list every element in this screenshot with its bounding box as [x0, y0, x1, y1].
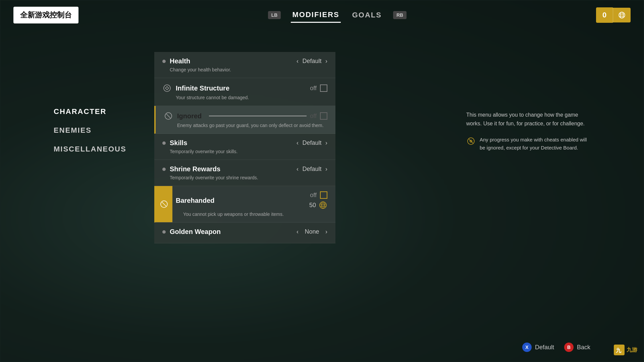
skills-desc: Temporarily overwrite your skills. [170, 149, 327, 154]
health-name: Health [170, 57, 190, 65]
sidebar-item-enemies[interactable]: ENEMIES [54, 126, 126, 135]
skills-value: Default [302, 139, 322, 146]
watermark-icon: 九 [614, 345, 625, 355]
modifier-infinite-structure[interactable]: Infinite Structure off Your structure ca… [154, 78, 335, 106]
shrine-arrow-right[interactable]: › [325, 166, 327, 173]
ignored-checkbox[interactable] [320, 112, 327, 120]
svg-line-6 [166, 114, 170, 118]
ignored-value: off [310, 113, 317, 120]
ignored-slider[interactable] [209, 116, 307, 116]
infinite-structure-checkbox[interactable] [320, 84, 327, 92]
barehanded-icon [159, 199, 169, 209]
barehanded-value: off [310, 192, 317, 199]
barehanded-checkbox[interactable] [320, 191, 327, 199]
logo-text: 全新游戏控制台 [20, 11, 72, 19]
infinite-structure-value: off [310, 85, 317, 92]
modifier-shrine-rewards[interactable]: Shrine Rewards ‹ Default › Temporarily o… [154, 160, 335, 186]
default-btn-label: Default [535, 344, 554, 351]
ignored-desc: Enemy attacks go past your guard, you ca… [177, 123, 327, 128]
logo-box: 全新游戏控制台 [13, 7, 78, 23]
sidebar-item-character[interactable]: CHARACTER [54, 107, 126, 116]
back-btn-icon: B [564, 343, 574, 352]
health-arrow-left[interactable]: ‹ [297, 58, 299, 65]
watermark-text: 九游 [627, 347, 637, 354]
golden-weapon-value: None [302, 228, 322, 235]
structure-svg [163, 84, 171, 93]
infinite-structure-desc: Your structure cannot be damaged. [176, 95, 327, 100]
barehanded-controls: off 50 [309, 191, 327, 209]
globe-icon [618, 11, 626, 19]
skills-arrow-left[interactable]: ‹ [297, 139, 299, 146]
sidebar: CHARACTER ENEMIES MISCELLANEOUS [54, 107, 126, 154]
barehanded-score-row: 50 [309, 201, 327, 209]
skills-name: Skills [170, 139, 187, 147]
svg-text:九: 九 [615, 348, 622, 353]
health-arrow-right[interactable]: › [325, 58, 327, 65]
bottom-bar: X Default B Back [522, 343, 590, 352]
svg-point-9 [320, 202, 326, 208]
info-warning: Any progress you make with cheats enable… [466, 136, 590, 152]
modifiers-panel: Health ‹ Default › Change your health be… [154, 52, 335, 243]
default-button[interactable]: X Default [522, 343, 554, 352]
sidebar-item-miscellaneous[interactable]: MISCELLANEOUS [54, 145, 126, 154]
ignored-icon [164, 111, 173, 121]
nav-tabs: LB MODIFIERS GOALS RB [268, 8, 407, 23]
shrine-dot [162, 168, 166, 171]
barehanded-desc: You cannot pick up weapons or throwable … [183, 212, 327, 217]
barehanded-name: Barehanded [176, 197, 215, 204]
barehanded-icon-bg [156, 186, 172, 222]
skills-arrow-right[interactable]: › [325, 139, 327, 146]
svg-point-10 [322, 202, 324, 208]
tab-modifiers[interactable]: MODIFIERS [291, 8, 340, 23]
health-dot [162, 60, 166, 63]
svg-point-1 [621, 12, 624, 18]
infinite-structure-name: Infinite Structure [176, 84, 229, 92]
barehanded-score: 50 [309, 202, 316, 209]
skills-dot [162, 141, 166, 145]
golden-weapon-arrow-left[interactable]: ‹ [297, 228, 299, 235]
shrine-value: Default [302, 166, 322, 173]
warning-icon [466, 136, 476, 146]
shrine-arrow-left[interactable]: ‹ [297, 166, 299, 173]
ignored-svg [164, 112, 173, 120]
info-description: This menu allows you to change how the g… [466, 111, 590, 128]
svg-point-0 [619, 12, 625, 18]
watermark-svg: 九 [614, 345, 625, 355]
golden-weapon-arrow-right[interactable]: › [325, 228, 327, 235]
tab-goals[interactable]: GOALS [351, 8, 383, 22]
golden-weapon-dot [162, 230, 166, 234]
modifier-ignored[interactable]: Ignored off Enemy attacks go past your g… [154, 106, 335, 134]
shrine-desc: Temporarily overwrite your shrine reward… [170, 175, 327, 180]
lb-button[interactable]: LB [268, 11, 281, 19]
svg-line-14 [469, 139, 473, 143]
svg-point-4 [164, 85, 170, 92]
modifier-barehanded[interactable]: Barehanded off 50 You cannot [154, 186, 335, 223]
warning-svg [466, 136, 476, 146]
top-right: 0 [596, 7, 631, 23]
default-btn-icon: X [522, 343, 532, 352]
health-value: Default [302, 58, 322, 65]
top-bar: 全新游戏控制台 LB MODIFIERS GOALS RB 0 [0, 0, 644, 30]
health-desc: Change your health behavior. [170, 67, 327, 72]
back-btn-label: Back [577, 344, 590, 351]
modifier-health[interactable]: Health ‹ Default › Change your health be… [154, 52, 335, 78]
score-display: 0 [596, 7, 613, 23]
svg-line-8 [162, 202, 166, 206]
shrine-name: Shrine Rewards [170, 165, 220, 173]
watermark: 九 九游 [614, 345, 637, 355]
modifier-skills[interactable]: Skills ‹ Default › Temporarily overwrite… [154, 134, 335, 160]
info-panel: This menu allows you to change how the g… [466, 111, 590, 152]
info-warning-text: Any progress you make with cheats enable… [480, 136, 590, 152]
back-button[interactable]: B Back [564, 343, 590, 352]
barehanded-globe-icon [319, 201, 327, 209]
ignored-name: Ignored [177, 112, 202, 120]
rb-button[interactable]: RB [393, 11, 407, 19]
modifier-golden-weapon[interactable]: Golden Weapon ‹ None › [154, 223, 335, 243]
golden-weapon-name: Golden Weapon [170, 228, 221, 236]
infinite-structure-icon [162, 83, 172, 93]
globe-button[interactable] [613, 8, 631, 22]
